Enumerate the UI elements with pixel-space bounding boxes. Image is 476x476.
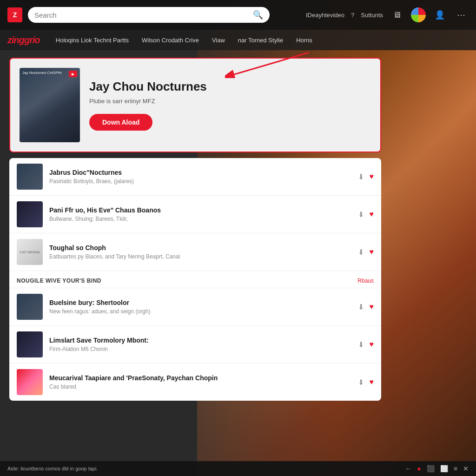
rec-song-title-1: Buelsine bury: Shertoolor bbox=[49, 299, 351, 306]
rec-song-subtitle-2: Firm-Alation M6 Chonin bbox=[49, 346, 351, 352]
topbar-right: IDeayhtevideo ? Suttunts 🖥 👤 ⋯ bbox=[306, 7, 469, 22]
song-info-1: Jabrus Dioc"Nocturnes Pasiriatic Botioyi… bbox=[49, 169, 351, 185]
question-icon: ? bbox=[351, 12, 354, 19]
featured-subtitle: Plube is sarr eriinyr MFZ bbox=[89, 98, 371, 105]
topbar: Z 🔍 IDeayhtevideo ? Suttunts 🖥 👤 ⋯ bbox=[0, 0, 476, 30]
download-icon-1[interactable]: ⬇ bbox=[358, 172, 364, 181]
rec-song-thumb-3 bbox=[17, 369, 43, 395]
rec-song-actions-1: ⬇ ♥ bbox=[358, 303, 374, 311]
rec-download-icon-3[interactable]: ⬇ bbox=[358, 378, 364, 387]
nav-logo[interactable]: zinggrio bbox=[7, 35, 40, 46]
download-button[interactable]: Down Aload bbox=[89, 114, 152, 131]
colorful-icon-button[interactable] bbox=[411, 7, 426, 22]
song-item-3: CAT MONIA Toughal so Choph Eatbuartes py… bbox=[9, 233, 381, 271]
song-actions-1: ⬇ ♥ bbox=[358, 172, 374, 181]
nav-item-5[interactable]: Horns bbox=[290, 30, 319, 50]
song-title-1: Jabrus Dioc"Nocturnes bbox=[49, 169, 351, 176]
featured-thumb-label: Jay Nocturnes CHOPIN bbox=[22, 71, 61, 75]
rec-heart-icon-2[interactable]: ♥ bbox=[370, 340, 374, 349]
nav-item-4[interactable]: nar Torned Stylie bbox=[231, 30, 290, 50]
search-button[interactable]: 🔍 bbox=[253, 10, 263, 20]
rec-song-actions-2: ⬇ ♥ bbox=[358, 340, 374, 349]
nav-item-1[interactable]: Holoqins Liok Technt Partts bbox=[49, 30, 135, 50]
status-grid-icon[interactable]: ≡ bbox=[454, 465, 457, 472]
song-title-2: Pani Ffr uo, His Eve" Chaus Boanos bbox=[49, 206, 351, 214]
rec-song-title-3: Meucarival Taapiare and 'PraeSonaty, Pay… bbox=[49, 374, 351, 382]
rec-song-actions-3: ⬇ ♥ bbox=[358, 378, 374, 387]
rec-song-item-2: Limslart Save Tormolory Mbont: Firm-Alat… bbox=[9, 326, 381, 364]
song-subtitle-2: Bullwane, Shuing: Barees, Tkilr, bbox=[49, 216, 351, 222]
nav-item-3[interactable]: Viaw bbox=[205, 30, 231, 50]
status-square-icon[interactable]: ⬛ bbox=[427, 465, 435, 472]
rec-song-title-2: Limslart Save Tormolory Mbont: bbox=[49, 337, 351, 344]
rec-download-icon-2[interactable]: ⬇ bbox=[358, 340, 364, 349]
main-content: Jay Nocturnes CHOPIN ▶ Jay Chou Nocturne… bbox=[0, 50, 390, 408]
status-back-icon[interactable]: ← bbox=[405, 465, 411, 472]
featured-title: Jay Chou Nocturnes bbox=[89, 79, 371, 94]
status-window-icon[interactable]: ⬜ bbox=[440, 465, 448, 472]
song-info-2: Pani Ffr uo, His Eve" Chaus Boanos Bullw… bbox=[49, 206, 351, 222]
rec-song-thumb-1 bbox=[17, 294, 43, 320]
heart-icon-1[interactable]: ♥ bbox=[370, 172, 374, 181]
rec-song-thumb-2 bbox=[17, 331, 43, 357]
app-logo-icon: Z bbox=[7, 7, 22, 22]
rec-song-item-3: Meucarival Taapiare and 'PraeSonaty, Pay… bbox=[9, 364, 381, 401]
song-info-3: Toughal so Choph Eatbuartes py Biaces, a… bbox=[49, 244, 351, 260]
rec-song-item-1: Buelsine bury: Shertoolor New feen ragus… bbox=[9, 288, 381, 326]
song-thumb-3: CAT MONIA bbox=[17, 239, 43, 265]
user-button[interactable]: 👤 bbox=[432, 7, 447, 22]
status-close-icon[interactable]: ✕ bbox=[463, 465, 469, 472]
song-title-3: Toughal so Choph bbox=[49, 244, 351, 251]
topbar-label1[interactable]: IDeayhtevideo bbox=[306, 12, 344, 19]
song-thumb-3-text: CAT MONIA bbox=[20, 250, 40, 254]
search-input[interactable] bbox=[34, 11, 249, 19]
navbar: zinggrio Holoqins Liok Technt Partts Wil… bbox=[0, 30, 476, 50]
nav-item-2[interactable]: Wilson Crodath Crive bbox=[135, 30, 205, 50]
song-thumb-1 bbox=[17, 164, 43, 190]
featured-card: Jay Nocturnes CHOPIN ▶ Jay Chou Nocturne… bbox=[9, 58, 381, 152]
section-title: NOUGILE WIVE YOUR'S BIND bbox=[17, 278, 101, 284]
song-actions-2: ⬇ ♥ bbox=[358, 210, 374, 219]
song-actions-3: ⬇ ♥ bbox=[358, 248, 374, 257]
heart-icon-3[interactable]: ♥ bbox=[370, 248, 374, 256]
rec-song-subtitle-1: New feen ragus: adues, and seign (orgh) bbox=[49, 308, 351, 315]
featured-thumb-play-icon: ▶ bbox=[69, 71, 77, 77]
status-circle-icon: ● bbox=[417, 465, 421, 472]
song-item-1: Jabrus Dioc"Nocturnes Pasiriatic Botioyi… bbox=[9, 158, 381, 196]
rec-download-icon-1[interactable]: ⬇ bbox=[358, 303, 364, 311]
song-thumb-2 bbox=[17, 201, 43, 227]
heart-icon-2[interactable]: ♥ bbox=[370, 210, 374, 218]
rec-heart-icon-1[interactable]: ♥ bbox=[370, 303, 374, 311]
topbar-label2[interactable]: Suttunts bbox=[361, 12, 383, 19]
song-list: Jabrus Dioc"Nocturnes Pasiriatic Botioyi… bbox=[9, 158, 381, 401]
rec-heart-icon-3[interactable]: ♥ bbox=[370, 378, 374, 386]
song-subtitle-3: Eatbuartes py Biaces, and Tary Nering Be… bbox=[49, 253, 351, 260]
section-header: NOUGILE WIVE YOUR'S BIND Rbaus bbox=[9, 271, 381, 288]
rec-song-info-1: Buelsine bury: Shertoolor New feen ragus… bbox=[49, 299, 351, 315]
song-subtitle-1: Pasiriatic Botioyis, Braes, (jalares) bbox=[49, 178, 351, 185]
rec-song-info-3: Meucarival Taapiare and 'PraeSonaty, Pay… bbox=[49, 374, 351, 390]
status-icons: ← ● ⬛ ⬜ ≡ ✕ bbox=[405, 465, 469, 472]
rec-song-subtitle-3: Cas blared bbox=[49, 383, 351, 390]
featured-thumbnail: Jay Nocturnes CHOPIN ▶ bbox=[20, 68, 80, 142]
featured-info: Jay Chou Nocturnes Plube is sarr eriinyr… bbox=[89, 79, 371, 131]
section-link[interactable]: Rbaus bbox=[357, 278, 374, 284]
search-bar: 🔍 bbox=[28, 7, 270, 23]
status-bar: Aide: liountbens comos dld in goop tapi.… bbox=[0, 461, 476, 476]
download-icon-3[interactable]: ⬇ bbox=[358, 248, 364, 257]
more-button[interactable]: ⋯ bbox=[454, 7, 469, 22]
song-item-2: Pani Ffr uo, His Eve" Chaus Boanos Bullw… bbox=[9, 196, 381, 233]
monitor-button[interactable]: 🖥 bbox=[390, 7, 404, 22]
rec-song-info-2: Limslart Save Tormolory Mbont: Firm-Alat… bbox=[49, 337, 351, 352]
status-text: Aide: liountbens comos dld in goop tapi. bbox=[7, 466, 396, 471]
download-icon-2[interactable]: ⬇ bbox=[358, 210, 364, 219]
